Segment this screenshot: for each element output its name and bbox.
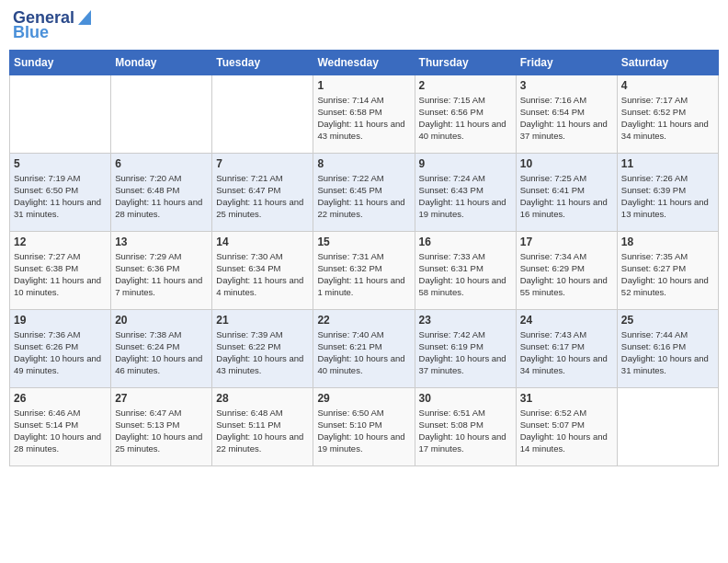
day-number: 8 bbox=[317, 157, 410, 170]
calendar-cell: 11 Sunrise: 7:26 AMSunset: 6:39 PMDaylig… bbox=[617, 153, 718, 231]
calendar-cell: 27 Sunrise: 6:47 AMSunset: 5:13 PMDaylig… bbox=[111, 387, 212, 465]
calendar-cell: 22 Sunrise: 7:40 AMSunset: 6:21 PMDaylig… bbox=[313, 309, 415, 387]
day-number: 10 bbox=[520, 157, 613, 170]
calendar-cell bbox=[212, 75, 313, 153]
day-info: Sunrise: 7:16 AMSunset: 6:54 PMDaylight:… bbox=[520, 94, 613, 143]
day-info: Sunrise: 7:20 AMSunset: 6:48 PMDaylight:… bbox=[115, 172, 208, 221]
calendar-cell: 14 Sunrise: 7:30 AMSunset: 6:34 PMDaylig… bbox=[212, 231, 313, 309]
calendar-cell: 9 Sunrise: 7:24 AMSunset: 6:43 PMDayligh… bbox=[415, 153, 516, 231]
day-number: 24 bbox=[520, 314, 613, 327]
day-number: 21 bbox=[216, 314, 309, 327]
day-info: Sunrise: 7:31 AMSunset: 6:32 PMDaylight:… bbox=[317, 250, 410, 299]
day-number: 26 bbox=[14, 392, 107, 405]
calendar-cell bbox=[10, 75, 111, 153]
day-number: 23 bbox=[419, 314, 512, 327]
calendar-cell: 25 Sunrise: 7:44 AMSunset: 6:16 PMDaylig… bbox=[617, 309, 718, 387]
day-info: Sunrise: 6:48 AMSunset: 5:11 PMDaylight:… bbox=[216, 407, 309, 455]
day-info: Sunrise: 7:15 AMSunset: 6:56 PMDaylight:… bbox=[419, 94, 512, 143]
day-info: Sunrise: 7:29 AMSunset: 6:36 PMDaylight:… bbox=[115, 250, 208, 299]
day-info: Sunrise: 6:46 AMSunset: 5:14 PMDaylight:… bbox=[14, 407, 107, 455]
day-number: 12 bbox=[14, 236, 107, 248]
day-number: 4 bbox=[621, 79, 714, 92]
logo: General Blue bbox=[13, 9, 91, 42]
day-info: Sunrise: 7:27 AMSunset: 6:38 PMDaylight:… bbox=[14, 250, 107, 299]
calendar-cell: 16 Sunrise: 7:33 AMSunset: 6:31 PMDaylig… bbox=[415, 231, 516, 309]
day-info: Sunrise: 7:33 AMSunset: 6:31 PMDaylight:… bbox=[419, 250, 512, 299]
day-number: 3 bbox=[520, 79, 613, 92]
day-info: Sunrise: 6:51 AMSunset: 5:08 PMDaylight:… bbox=[419, 407, 512, 455]
day-info: Sunrise: 7:19 AMSunset: 6:50 PMDaylight:… bbox=[14, 172, 107, 221]
day-info: Sunrise: 7:43 AMSunset: 6:17 PMDaylight:… bbox=[520, 328, 613, 377]
header-monday: Monday bbox=[111, 50, 212, 75]
day-number: 5 bbox=[14, 157, 107, 170]
header-friday: Friday bbox=[516, 50, 617, 75]
page-header: General Blue bbox=[9, 9, 719, 42]
calendar-cell: 4 Sunrise: 7:17 AMSunset: 6:52 PMDayligh… bbox=[617, 75, 718, 153]
day-info: Sunrise: 6:47 AMSunset: 5:13 PMDaylight:… bbox=[115, 407, 208, 455]
calendar-cell: 24 Sunrise: 7:43 AMSunset: 6:17 PMDaylig… bbox=[516, 309, 617, 387]
day-number: 27 bbox=[115, 392, 208, 405]
calendar-cell bbox=[111, 75, 212, 153]
day-number: 16 bbox=[419, 236, 512, 248]
header-wednesday: Wednesday bbox=[313, 50, 415, 75]
day-info: Sunrise: 7:24 AMSunset: 6:43 PMDaylight:… bbox=[419, 172, 512, 221]
day-number: 11 bbox=[621, 157, 714, 170]
day-number: 19 bbox=[14, 314, 107, 327]
logo-triangle-icon bbox=[74, 10, 91, 27]
header-sunday: Sunday bbox=[10, 50, 111, 75]
day-info: Sunrise: 7:39 AMSunset: 6:22 PMDaylight:… bbox=[216, 328, 309, 377]
day-info: Sunrise: 7:26 AMSunset: 6:39 PMDaylight:… bbox=[621, 172, 714, 221]
day-info: Sunrise: 7:35 AMSunset: 6:27 PMDaylight:… bbox=[621, 250, 714, 299]
calendar-cell: 3 Sunrise: 7:16 AMSunset: 6:54 PMDayligh… bbox=[516, 75, 617, 153]
day-number: 1 bbox=[317, 79, 410, 92]
calendar-cell: 17 Sunrise: 7:34 AMSunset: 6:29 PMDaylig… bbox=[516, 231, 617, 309]
day-info: Sunrise: 7:44 AMSunset: 6:16 PMDaylight:… bbox=[621, 328, 714, 377]
day-number: 17 bbox=[520, 236, 613, 248]
day-info: Sunrise: 6:50 AMSunset: 5:10 PMDaylight:… bbox=[317, 407, 410, 455]
calendar-cell bbox=[617, 387, 718, 465]
calendar-cell: 21 Sunrise: 7:39 AMSunset: 6:22 PMDaylig… bbox=[212, 309, 313, 387]
calendar-cell: 13 Sunrise: 7:29 AMSunset: 6:36 PMDaylig… bbox=[111, 231, 212, 309]
svg-marker-0 bbox=[78, 10, 91, 25]
day-info: Sunrise: 7:42 AMSunset: 6:19 PMDaylight:… bbox=[419, 328, 512, 377]
day-info: Sunrise: 7:22 AMSunset: 6:45 PMDaylight:… bbox=[317, 172, 410, 221]
calendar-cell: 10 Sunrise: 7:25 AMSunset: 6:41 PMDaylig… bbox=[516, 153, 617, 231]
day-info: Sunrise: 7:21 AMSunset: 6:47 PMDaylight:… bbox=[216, 172, 309, 221]
calendar-cell: 31 Sunrise: 6:52 AMSunset: 5:07 PMDaylig… bbox=[516, 387, 617, 465]
calendar-cell: 8 Sunrise: 7:22 AMSunset: 6:45 PMDayligh… bbox=[313, 153, 415, 231]
calendar-table: SundayMondayTuesdayWednesdayThursdayFrid… bbox=[9, 50, 719, 466]
day-info: Sunrise: 7:17 AMSunset: 6:52 PMDaylight:… bbox=[621, 94, 714, 143]
day-number: 9 bbox=[419, 157, 512, 170]
calendar-cell: 29 Sunrise: 6:50 AMSunset: 5:10 PMDaylig… bbox=[313, 387, 415, 465]
calendar-cell: 28 Sunrise: 6:48 AMSunset: 5:11 PMDaylig… bbox=[212, 387, 313, 465]
calendar-cell: 26 Sunrise: 6:46 AMSunset: 5:14 PMDaylig… bbox=[10, 387, 111, 465]
logo-text-blue: Blue bbox=[13, 24, 49, 42]
calendar-week-row: 19 Sunrise: 7:36 AMSunset: 6:26 PMDaylig… bbox=[10, 309, 719, 387]
day-number: 15 bbox=[317, 236, 410, 248]
header-tuesday: Tuesday bbox=[212, 50, 313, 75]
day-number: 31 bbox=[520, 392, 613, 405]
calendar-cell: 2 Sunrise: 7:15 AMSunset: 6:56 PMDayligh… bbox=[415, 75, 516, 153]
day-number: 6 bbox=[115, 157, 208, 170]
calendar-cell: 18 Sunrise: 7:35 AMSunset: 6:27 PMDaylig… bbox=[617, 231, 718, 309]
day-number: 14 bbox=[216, 236, 309, 248]
day-info: Sunrise: 7:34 AMSunset: 6:29 PMDaylight:… bbox=[520, 250, 613, 299]
day-info: Sunrise: 7:14 AMSunset: 6:58 PMDaylight:… bbox=[317, 94, 410, 143]
day-number: 20 bbox=[115, 314, 208, 327]
day-info: Sunrise: 7:40 AMSunset: 6:21 PMDaylight:… bbox=[317, 328, 410, 377]
calendar-cell: 12 Sunrise: 7:27 AMSunset: 6:38 PMDaylig… bbox=[10, 231, 111, 309]
day-number: 7 bbox=[216, 157, 309, 170]
calendar-cell: 6 Sunrise: 7:20 AMSunset: 6:48 PMDayligh… bbox=[111, 153, 212, 231]
header-saturday: Saturday bbox=[617, 50, 718, 75]
calendar-week-row: 5 Sunrise: 7:19 AMSunset: 6:50 PMDayligh… bbox=[10, 153, 719, 231]
day-number: 2 bbox=[419, 79, 512, 92]
calendar-cell: 5 Sunrise: 7:19 AMSunset: 6:50 PMDayligh… bbox=[10, 153, 111, 231]
day-number: 30 bbox=[419, 392, 512, 405]
calendar-cell: 20 Sunrise: 7:38 AMSunset: 6:24 PMDaylig… bbox=[111, 309, 212, 387]
day-info: Sunrise: 7:30 AMSunset: 6:34 PMDaylight:… bbox=[216, 250, 309, 299]
calendar-cell: 30 Sunrise: 6:51 AMSunset: 5:08 PMDaylig… bbox=[415, 387, 516, 465]
calendar-week-row: 1 Sunrise: 7:14 AMSunset: 6:58 PMDayligh… bbox=[10, 75, 719, 153]
day-number: 25 bbox=[621, 314, 714, 327]
calendar-cell: 15 Sunrise: 7:31 AMSunset: 6:32 PMDaylig… bbox=[313, 231, 415, 309]
day-info: Sunrise: 6:52 AMSunset: 5:07 PMDaylight:… bbox=[520, 407, 613, 455]
